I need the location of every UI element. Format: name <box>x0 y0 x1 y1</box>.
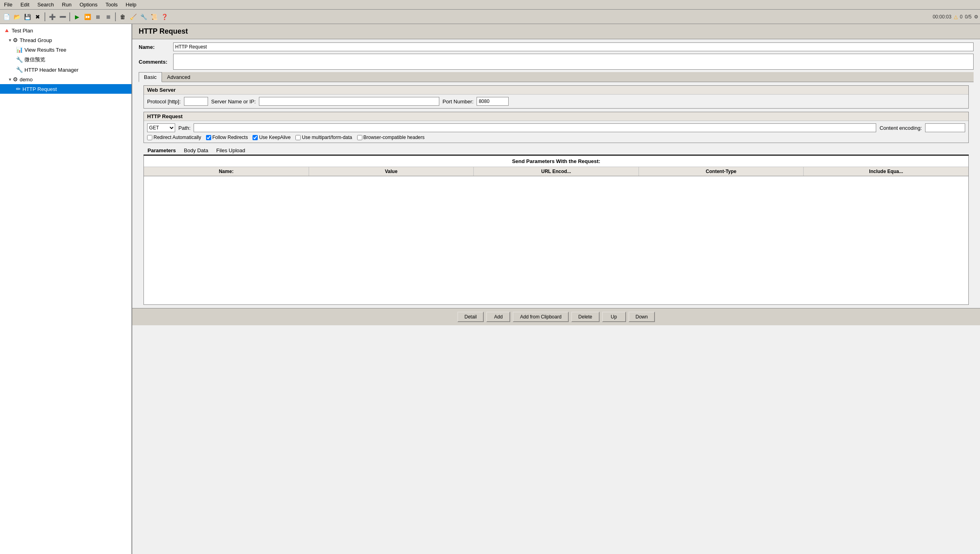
follow-redirects-checkbox[interactable]: Follow Redirects <box>206 135 248 140</box>
menu-edit[interactable]: Edit <box>18 1 32 8</box>
add-from-clipboard-button[interactable]: Add from Clipboard <box>513 312 568 322</box>
param-table-wrapper: Send Parameters With the Request: Name: … <box>143 155 969 305</box>
encoding-input[interactable] <box>925 123 965 132</box>
tree-item-label: HTTP Request <box>22 86 57 92</box>
col-url-encode: URL Encod... <box>474 167 639 176</box>
thread-group-toggle[interactable]: ▼ <box>8 38 12 42</box>
tree-item-http-header[interactable]: 🔧 HTTP Header Manager <box>0 65 131 75</box>
redirect-auto-checkbox[interactable]: Redirect Automatically <box>147 135 201 140</box>
menu-options[interactable]: Options <box>77 1 100 8</box>
help-button[interactable]: ❓ <box>160 12 169 22</box>
param-tab-files[interactable]: Files Upload <box>212 146 249 155</box>
stop-all-button[interactable]: ⏹ <box>103 12 113 22</box>
browser-compat-checkbox[interactable]: Browser-compatible headers <box>357 135 425 140</box>
path-input[interactable] <box>194 123 876 132</box>
param-tab-parameters[interactable]: Parameters <box>143 146 180 155</box>
settings-icon[interactable]: ⚙ <box>974 14 978 20</box>
warning-count: 0 <box>960 14 963 20</box>
tree-item-label: Test Plan <box>12 28 33 34</box>
follow-redirects-input[interactable] <box>206 135 211 140</box>
use-keepalive-label: Use KeepAlive <box>259 135 291 140</box>
new-button[interactable]: 📄 <box>2 12 11 22</box>
web-server-title: Web Server <box>144 86 968 95</box>
group-button[interactable]: 🔧 <box>139 12 148 22</box>
close-button[interactable]: ✖ <box>33 12 42 22</box>
status-area: 00:00:03 △ 0 0/5 ⚙ <box>933 14 978 20</box>
wechat-icon: 🔧 <box>16 56 23 63</box>
tree-item-label: HTTP Header Manager <box>24 67 79 73</box>
name-label: Name: <box>139 44 171 50</box>
use-keepalive-input[interactable] <box>253 135 258 140</box>
stop-button[interactable]: ⏹ <box>93 12 103 22</box>
script-button[interactable]: 📜 <box>149 12 159 22</box>
http-header-icon: 🔧 <box>16 66 23 73</box>
down-button[interactable]: Down <box>628 312 655 322</box>
tree-item-test-plan[interactable]: 🔺 Test Plan <box>0 26 131 35</box>
menu-run[interactable]: Run <box>60 1 74 8</box>
col-content-type: Content-Type <box>639 167 804 176</box>
demo-toggle[interactable]: ▼ <box>8 77 12 82</box>
tab-advanced[interactable]: Advanced <box>162 72 196 82</box>
tree-item-view-results[interactable]: 📊 View Results Tree <box>0 45 131 54</box>
thread-group-icon: ⚙ <box>13 37 18 43</box>
main-layout: 🔺 Test Plan ▼ ⚙ Thread Group 📊 View Resu… <box>0 24 980 554</box>
port-input[interactable] <box>477 97 509 106</box>
tree-item-demo[interactable]: ▼ ⚙ demo <box>0 75 131 84</box>
menu-search[interactable]: Search <box>35 1 56 8</box>
redirect-auto-label: Redirect Automatically <box>154 135 201 140</box>
param-tabs: Parameters Body Data Files Upload <box>143 146 969 155</box>
http-row: GET POST PUT DELETE HEAD OPTIONS PATCH P… <box>147 123 965 132</box>
tab-basic[interactable]: Basic <box>139 72 162 82</box>
menu-help[interactable]: Help <box>123 1 139 8</box>
comments-input[interactable] <box>173 54 974 70</box>
main-tabs: Basic Advanced <box>139 72 974 82</box>
tree-item-wechat[interactable]: 🔧 微信预览 <box>0 54 131 65</box>
bottom-buttons: Detail Add Add from Clipboard Delete Up … <box>132 308 980 325</box>
use-multipart-label: Use multipart/form-data <box>302 135 352 140</box>
name-row: Name: <box>139 42 974 51</box>
right-panel: HTTP Request Name: Comments: Basic Advan… <box>132 24 980 554</box>
remove-button[interactable]: ➖ <box>58 12 67 22</box>
clear-button[interactable]: 🗑 <box>118 12 127 22</box>
col-value: Value <box>309 167 474 176</box>
web-server-section: Web Server Protocol [http]: Server Name … <box>143 85 969 109</box>
tree-item-label: Thread Group <box>20 37 52 43</box>
add-button[interactable]: Add <box>486 312 510 322</box>
protocol-input[interactable] <box>184 97 208 106</box>
param-tab-body[interactable]: Body Data <box>180 146 212 155</box>
run-button[interactable]: ▶ <box>72 12 82 22</box>
test-plan-icon: 🔺 <box>3 27 10 34</box>
browser-compat-input[interactable] <box>357 135 362 140</box>
error-count: 0/5 <box>965 14 972 20</box>
detail-button[interactable]: Detail <box>457 312 484 322</box>
use-multipart-input[interactable] <box>295 135 301 140</box>
redirect-auto-input[interactable] <box>147 135 152 140</box>
separator2 <box>69 12 70 21</box>
server-input[interactable] <box>259 97 439 106</box>
port-label: Port Number: <box>443 99 473 105</box>
http-request-icon: ✏ <box>16 86 21 92</box>
method-select[interactable]: GET POST PUT DELETE HEAD OPTIONS PATCH <box>147 123 175 132</box>
up-button[interactable]: Up <box>602 312 626 322</box>
menu-tools[interactable]: Tools <box>103 1 120 8</box>
encoding-label: Content encoding: <box>879 125 922 131</box>
add-button[interactable]: ➕ <box>47 12 57 22</box>
col-name: Name: <box>144 167 309 176</box>
toolbar: 📄 📂 💾 ✖ ➕ ➖ ▶ ⏩ ⏹ ⏹ 🗑 🧹 🔧 📜 ❓ 00:00:03 △… <box>0 10 980 24</box>
menu-file[interactable]: File <box>2 1 15 8</box>
browser-compat-label: Browser-compatible headers <box>364 135 425 140</box>
use-multipart-checkbox[interactable]: Use multipart/form-data <box>295 135 352 140</box>
save-button[interactable]: 💾 <box>22 12 32 22</box>
tree-item-http-request[interactable]: ✏ HTTP Request <box>0 84 131 94</box>
tree-item-thread-group[interactable]: ▼ ⚙ Thread Group <box>0 35 131 45</box>
run-all-button[interactable]: ⏩ <box>83 12 92 22</box>
form-area: Name: Comments: Basic Advanced Web Serve… <box>132 39 980 308</box>
http-request-section: HTTP Request GET POST PUT DELETE HEAD OP… <box>143 112 969 143</box>
clear2-button[interactable]: 🧹 <box>128 12 138 22</box>
checkbox-row: Redirect Automatically Follow Redirects … <box>147 135 965 140</box>
delete-button[interactable]: Delete <box>571 312 600 322</box>
open-button[interactable]: 📂 <box>12 12 22 22</box>
protocol-label: Protocol [http]: <box>147 99 181 105</box>
use-keepalive-checkbox[interactable]: Use KeepAlive <box>253 135 291 140</box>
name-input[interactable] <box>173 42 974 51</box>
